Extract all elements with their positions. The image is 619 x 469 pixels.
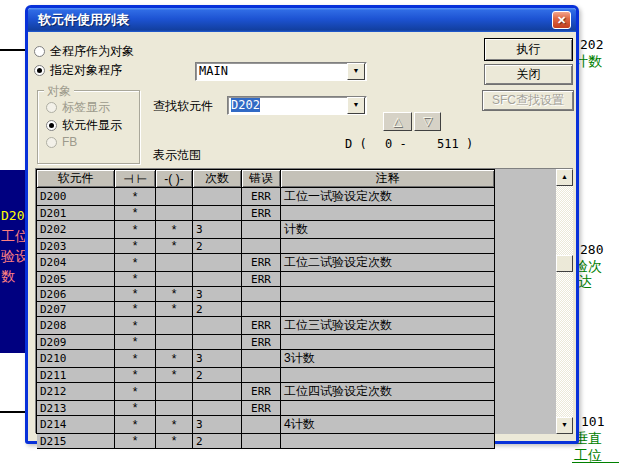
radio-circle-icon[interactable] <box>34 65 45 76</box>
bg-comment-underline <box>572 462 619 463</box>
target-groupbox-label: 对象 <box>44 83 74 100</box>
table-row[interactable]: D213 * ERR <box>37 401 495 416</box>
cell-coil <box>156 188 193 206</box>
scroll-down-icon[interactable]: ▼ <box>556 417 573 434</box>
radio-circle-icon[interactable] <box>46 120 57 131</box>
table-row[interactable]: D202 * * 3 计数 <box>37 221 495 239</box>
cell-comment: 工位二试验设定次数 <box>281 254 495 272</box>
table-row[interactable]: D201 * ERR <box>37 206 495 221</box>
radio-all-program[interactable]: 全程序作为对象 <box>34 43 134 60</box>
range-down-button[interactable]: ▽ <box>414 112 441 131</box>
col-header-device: 软元件 <box>37 170 115 188</box>
table-row[interactable]: D200 * ERR 工位一试验设定次数 <box>37 188 495 206</box>
col-header-coil: -( )- <box>156 170 193 188</box>
radio-circle-icon[interactable] <box>34 46 45 57</box>
range-up-button[interactable]: △ <box>383 112 412 131</box>
col-header-error: 错误 <box>242 170 281 188</box>
program-combobox[interactable]: MAIN ▼ <box>195 62 367 81</box>
cell-coil <box>156 317 193 335</box>
cell-error: ERR <box>242 272 281 287</box>
table-row[interactable]: D205 * ERR <box>37 272 495 287</box>
table-row[interactable]: D207 * * 2 <box>37 302 495 317</box>
scrollbar-thumb[interactable] <box>556 255 573 272</box>
radio-fb-label: FB <box>62 135 77 149</box>
cell-contact: * <box>115 434 156 449</box>
cell-device: D209 <box>37 335 115 350</box>
cell-count: 3 <box>193 416 242 434</box>
radio-circle-icon <box>46 102 57 113</box>
table-row[interactable]: D215 * * 2 <box>37 434 495 449</box>
cell-count: 2 <box>193 434 242 449</box>
close-button[interactable]: 关闭 <box>484 64 573 85</box>
radio-device-display-label: 软元件显示 <box>62 118 122 132</box>
table-row[interactable]: D204 * ERR 工位二试验设定次数 <box>37 254 495 272</box>
close-icon[interactable]: ✕ <box>552 11 571 29</box>
table-row[interactable]: D210 * * 3 3计数 <box>37 350 495 368</box>
cell-count <box>193 254 242 272</box>
cell-coil: * <box>156 368 193 383</box>
bg-comment-line: 验设 <box>0 246 27 266</box>
table-row[interactable]: D203 * * 2 <box>37 239 495 254</box>
bg-comment-line: 数 <box>0 266 27 286</box>
cell-error: ERR <box>242 335 281 350</box>
cell-device: D201 <box>37 206 115 221</box>
cell-device: D202 <box>37 221 115 239</box>
title-bar[interactable]: 软元件使用列表 ✕ <box>28 8 576 32</box>
cell-error <box>242 221 281 239</box>
cell-contact: * <box>115 272 156 287</box>
bg-device-label: 280 <box>580 242 603 257</box>
cell-comment: 3计数 <box>281 350 495 368</box>
table-row[interactable]: D208 * ERR 工位三试验设定次数 <box>37 317 495 335</box>
table-row[interactable]: D211 * * 2 <box>37 368 495 383</box>
cell-contact: * <box>115 206 156 221</box>
cell-coil: * <box>156 302 193 317</box>
search-device-combobox[interactable]: D202 ▼ <box>227 96 367 115</box>
cell-device: D203 <box>37 239 115 254</box>
cell-count <box>193 401 242 416</box>
cell-comment <box>281 206 495 221</box>
table-grid: 软元件 ⊣ ⊢ -( )- 次数 错误 注释 D200 * <box>36 169 495 434</box>
cell-comment: 计数 <box>281 221 495 239</box>
col-header-comment: 注释 <box>281 170 495 188</box>
screen: D20 工位 验设 数 202 计数 280 验次 达 101 垂直 工位 软元… <box>0 0 619 469</box>
cell-device: D206 <box>37 287 115 302</box>
device-usage-list-dialog: 软元件使用列表 ✕ 全程序作为对象 指定对象程序 MAIN ▼ 对象 标签显示 … <box>25 5 579 444</box>
search-device-value: D202 <box>228 98 346 113</box>
bg-comment-text: 达 <box>578 273 592 291</box>
table-row[interactable]: D212 * ERR 工位四试验设定次数 <box>37 383 495 401</box>
cell-error <box>242 416 281 434</box>
execute-button[interactable]: 执行 <box>484 38 573 61</box>
cell-contact: * <box>115 350 156 368</box>
cell-error <box>242 350 281 368</box>
program-combobox-value: MAIN <box>196 64 346 79</box>
range-from: 0 - <box>385 137 407 151</box>
table-row[interactable]: D206 * * 3 <box>37 287 495 302</box>
table-row[interactable]: D209 * ERR <box>37 335 495 350</box>
scroll-up-icon[interactable]: ▲ <box>556 169 573 186</box>
vertical-scrollbar[interactable]: ▲ ▼ <box>556 169 573 434</box>
table-body: D200 * ERR 工位一试验设定次数 D201 * ERR <box>37 188 495 449</box>
radio-specified-program[interactable]: 指定对象程序 <box>34 62 122 79</box>
cell-comment <box>281 287 495 302</box>
radio-device-display[interactable]: 软元件显示 <box>46 117 122 134</box>
radio-tag-display: 标签显示 <box>46 99 110 116</box>
cell-device: D215 <box>37 434 115 449</box>
cell-comment: 4计数 <box>281 416 495 434</box>
cell-contact: * <box>115 302 156 317</box>
table-header-row: 软元件 ⊣ ⊢ -( )- 次数 错误 注释 <box>37 169 495 188</box>
dialog-title: 软元件使用列表 <box>38 12 129 27</box>
sfc-search-settings-button: SFC查找设置 <box>482 90 574 111</box>
radio-all-program-label: 全程序作为对象 <box>50 44 134 58</box>
range-to: 511 ) <box>437 137 473 151</box>
bg-device-label: 101 <box>581 414 604 429</box>
chevron-down-icon[interactable]: ▼ <box>347 63 365 80</box>
col-header-contact: ⊣ ⊢ <box>115 170 156 188</box>
table-row[interactable]: D214 * * 3 4计数 <box>37 416 495 434</box>
cell-comment <box>281 239 495 254</box>
cell-coil: * <box>156 434 193 449</box>
cell-comment: 工位一试验设定次数 <box>281 188 495 206</box>
cell-contact: * <box>115 416 156 434</box>
chevron-down-icon[interactable]: ▼ <box>347 97 365 114</box>
cell-comment <box>281 272 495 287</box>
cell-contact: * <box>115 317 156 335</box>
